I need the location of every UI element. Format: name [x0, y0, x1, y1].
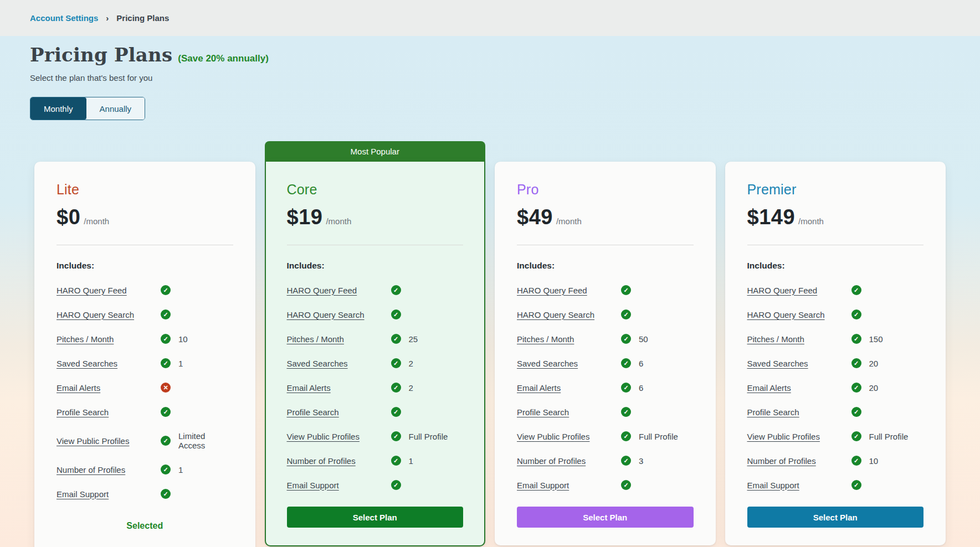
feature-link[interactable]: HARO Query Feed	[517, 286, 621, 295]
feature-link[interactable]: Number of Profiles	[747, 456, 851, 466]
page-subtitle: Select the plan that's best for you	[30, 73, 950, 82]
feature-link[interactable]: HARO Query Search	[517, 310, 621, 319]
check-icon: ✓	[391, 358, 401, 368]
check-icon: ✓	[621, 383, 631, 393]
check-icon: ✓	[851, 407, 861, 417]
feature-row: HARO Query Search✓	[57, 309, 233, 319]
feature-row: Profile Search✓	[287, 407, 464, 417]
feature-link[interactable]: Number of Profiles	[287, 456, 391, 466]
feature-value: 6	[639, 359, 643, 368]
plan-card-premier: Premier$149/monthIncludes:HARO Query Fee…	[725, 162, 946, 545]
price-amount: $149	[747, 205, 796, 229]
feature-link[interactable]: Pitches / Month	[747, 334, 851, 344]
feature-row: HARO Query Search✓	[517, 309, 694, 319]
feature-link[interactable]: View Public Profiles	[747, 432, 851, 441]
cross-icon: ✕	[161, 383, 171, 393]
divider	[517, 245, 694, 245]
feature-value: 6	[639, 383, 643, 393]
feature-link[interactable]: Pitches / Month	[517, 334, 621, 344]
check-icon: ✓	[161, 436, 171, 446]
feature-link[interactable]: Saved Searches	[287, 359, 391, 368]
feature-link[interactable]: Email Alerts	[747, 383, 851, 393]
feature-link[interactable]: Email Support	[57, 489, 161, 499]
feature-value: 1	[178, 359, 183, 368]
feature-link[interactable]: View Public Profiles	[517, 432, 621, 441]
plan-column-premier: Premier$149/monthIncludes:HARO Query Fee…	[725, 162, 946, 545]
check-icon: ✓	[161, 465, 171, 474]
feature-link[interactable]: Number of Profiles	[517, 456, 621, 466]
includes-label: Includes:	[287, 261, 464, 271]
check-icon: ✓	[851, 309, 861, 319]
feature-link[interactable]: Profile Search	[517, 407, 621, 417]
plan-card-core: Core$19/monthIncludes:HARO Query Feed✓HA…	[265, 162, 486, 546]
feature-link[interactable]: HARO Query Search	[287, 310, 391, 319]
feature-link[interactable]: HARO Query Search	[747, 310, 851, 319]
plan-card-pro: Pro$49/monthIncludes:HARO Query Feed✓HAR…	[495, 162, 716, 545]
feature-link[interactable]: Saved Searches	[747, 359, 851, 368]
feature-value: Full Profile	[409, 432, 448, 441]
feature-link[interactable]: HARO Query Feed	[287, 286, 391, 295]
check-icon: ✓	[161, 407, 171, 417]
plan-column-lite: Lite$0/monthIncludes:HARO Query Feed✓HAR…	[34, 162, 255, 547]
feature-link[interactable]: Saved Searches	[57, 359, 161, 368]
check-icon: ✓	[851, 358, 861, 368]
plans-row: Lite$0/monthIncludes:HARO Query Feed✓HAR…	[0, 141, 980, 547]
feature-value: 10	[869, 456, 879, 466]
feature-value: 2	[409, 359, 413, 368]
price-amount: $19	[287, 205, 323, 229]
feature-link[interactable]: Number of Profiles	[57, 465, 161, 474]
price-period: /month	[84, 216, 109, 226]
feature-row: Saved Searches✓20	[747, 358, 924, 368]
check-icon: ✓	[391, 480, 401, 490]
feature-link[interactable]: HARO Query Feed	[747, 286, 851, 295]
check-icon: ✓	[161, 285, 171, 295]
check-icon: ✓	[391, 309, 401, 319]
feature-value: 50	[639, 334, 648, 344]
feature-link[interactable]: Pitches / Month	[287, 334, 391, 344]
feature-link[interactable]: Profile Search	[57, 407, 161, 417]
price-amount: $0	[57, 205, 80, 229]
feature-link[interactable]: Saved Searches	[517, 359, 621, 368]
page-content: Pricing Plans (Save 20% annually) Select…	[0, 36, 980, 547]
feature-link[interactable]: Pitches / Month	[57, 334, 161, 344]
check-icon: ✓	[391, 334, 401, 344]
feature-link[interactable]: Email Alerts	[517, 383, 621, 393]
feature-link[interactable]: View Public Profiles	[287, 432, 391, 441]
annual-savings-note: (Save 20% annually)	[178, 53, 268, 64]
feature-link[interactable]: Email Support	[287, 481, 391, 490]
feature-value: 20	[869, 383, 879, 393]
select-plan-button-core[interactable]: Select Plan	[287, 507, 464, 528]
feature-link[interactable]: Email Support	[747, 481, 851, 490]
feature-value: 10	[178, 334, 188, 344]
feature-value: 1	[178, 465, 183, 474]
check-icon: ✓	[851, 383, 861, 393]
feature-link[interactable]: HARO Query Feed	[57, 286, 161, 295]
feature-link[interactable]: View Public Profiles	[57, 436, 161, 446]
breadcrumb: Account Settings › Pricing Plans	[30, 13, 169, 23]
plan-card-lite: Lite$0/monthIncludes:HARO Query Feed✓HAR…	[34, 162, 255, 547]
select-plan-button-premier[interactable]: Select Plan	[747, 507, 924, 528]
feature-link[interactable]: Email Alerts	[57, 383, 161, 393]
feature-value: 3	[639, 456, 643, 466]
feature-row: Email Alerts✓20	[747, 383, 924, 393]
check-icon: ✓	[161, 489, 171, 499]
feature-row: Pitches / Month✓25	[287, 334, 464, 344]
feature-link[interactable]: Email Support	[517, 481, 621, 490]
feature-row: Email Alerts✓2	[287, 383, 464, 393]
price-period: /month	[326, 216, 351, 226]
divider	[287, 245, 464, 245]
feature-link[interactable]: Profile Search	[747, 407, 851, 417]
most-popular-banner: Most Popular	[265, 141, 486, 162]
plan-column-pro: Pro$49/monthIncludes:HARO Query Feed✓HAR…	[495, 162, 716, 545]
feature-link[interactable]: Email Alerts	[287, 383, 391, 393]
toggle-annually-button[interactable]: Annually	[86, 97, 145, 120]
includes-label: Includes:	[517, 261, 694, 271]
feature-link[interactable]: Profile Search	[287, 407, 391, 417]
breadcrumb-link-account-settings[interactable]: Account Settings	[30, 13, 98, 23]
price-amount: $49	[517, 205, 553, 229]
select-plan-button-pro[interactable]: Select Plan	[517, 507, 694, 528]
feature-link[interactable]: HARO Query Search	[57, 310, 161, 319]
feature-row: Profile Search✓	[747, 407, 924, 417]
toggle-monthly-button[interactable]: Monthly	[30, 97, 86, 120]
feature-value: 150	[869, 334, 883, 344]
